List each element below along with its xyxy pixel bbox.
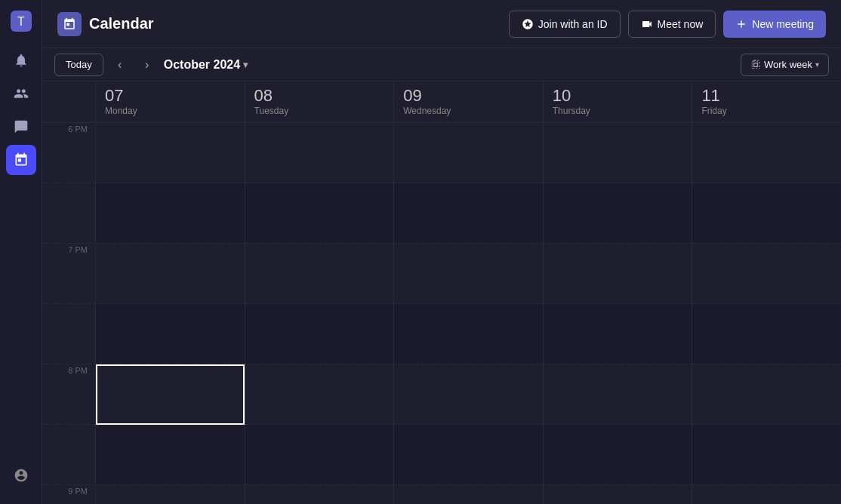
- month-label[interactable]: October 2024 ▾: [164, 58, 248, 72]
- main-content: Calendar Join with an ID Meet now New me…: [42, 0, 841, 504]
- day-name-tue: Tuesday: [254, 106, 385, 116]
- day-cell-wed-3[interactable]: [394, 304, 543, 364]
- view-select[interactable]: Work week ▾: [741, 54, 829, 76]
- header-actions: Join with an ID Meet now New meeting: [509, 11, 826, 38]
- day-cell-mon-5[interactable]: [96, 425, 245, 485]
- calendar-grid: 6 PM 7 PM 8 PM 9 PM 10 PM 11 PM: [42, 123, 841, 504]
- next-button[interactable]: ›: [137, 54, 158, 75]
- day-column-fri[interactable]: [692, 123, 841, 504]
- day-cell-wed-6[interactable]: [394, 485, 543, 504]
- day-cell-thu-5[interactable]: [544, 425, 692, 485]
- day-cell-thu-0[interactable]: [544, 123, 692, 183]
- sidebar-item-chat[interactable]: [6, 112, 36, 142]
- month-text: October 2024: [164, 58, 240, 72]
- day-num-tue: 08: [254, 88, 385, 104]
- day-cell-thu-3[interactable]: [544, 304, 692, 364]
- time-slot-830pm: [42, 425, 95, 485]
- day-cell-tue-6[interactable]: [245, 485, 394, 504]
- day-cell-mon-2[interactable]: [96, 244, 245, 304]
- new-meeting-button[interactable]: New meeting: [723, 11, 826, 38]
- day-cell-tue-2[interactable]: [245, 244, 394, 304]
- day-column-mon[interactable]: [95, 123, 245, 504]
- day-cell-tue-4[interactable]: [245, 364, 394, 425]
- day-cell-tue-5[interactable]: [245, 425, 394, 485]
- day-num-mon: 07: [105, 88, 236, 104]
- day-name-wed: Wednesday: [403, 106, 534, 116]
- time-slot-730pm: [42, 304, 95, 364]
- day-cell-fri-4[interactable]: [692, 364, 841, 425]
- page-title: Calendar: [89, 15, 154, 32]
- time-slot-6pm: 6 PM: [42, 123, 95, 183]
- time-gutter-header: [42, 81, 95, 122]
- today-button[interactable]: Today: [54, 54, 103, 76]
- day-cell-fri-0[interactable]: [692, 123, 841, 183]
- day-cell-thu-4[interactable]: [544, 364, 692, 425]
- sidebar-item-teams[interactable]: [6, 78, 36, 109]
- time-slot-7pm: 7 PM: [42, 244, 95, 304]
- day-num-thu: 10: [553, 88, 683, 104]
- time-slot-630pm: [42, 183, 95, 244]
- day-cell-thu-6[interactable]: [544, 485, 692, 504]
- day-cell-fri-5[interactable]: [692, 425, 841, 485]
- day-cell-mon-4[interactable]: [96, 364, 245, 425]
- day-name-thu: Thursday: [553, 106, 683, 116]
- new-meeting-label: New meeting: [752, 18, 814, 30]
- day-cell-thu-1[interactable]: [544, 183, 692, 244]
- day-header-tue: 08 Tuesday: [245, 81, 394, 122]
- day-cell-wed-2[interactable]: [394, 244, 543, 304]
- time-column: 6 PM 7 PM 8 PM 9 PM 10 PM 11 PM: [42, 123, 95, 504]
- app-logo[interactable]: T: [6, 6, 36, 36]
- time-slot-9pm: 9 PM: [42, 485, 95, 504]
- day-cell-mon-1[interactable]: [96, 183, 245, 244]
- view-chevron-icon: ▾: [815, 60, 819, 69]
- sidebar-item-settings[interactable]: [6, 460, 36, 490]
- svg-text:T: T: [17, 15, 25, 28]
- day-cell-tue-1[interactable]: [245, 183, 394, 244]
- header-left: Calendar: [57, 12, 154, 36]
- join-with-id-button[interactable]: Join with an ID: [509, 11, 621, 38]
- day-cell-tue-3[interactable]: [245, 304, 394, 364]
- calendar-icon: [57, 12, 82, 36]
- day-cell-wed-0[interactable]: [394, 123, 543, 183]
- day-columns: [95, 123, 841, 504]
- day-header-fri: 11 Friday: [692, 81, 841, 122]
- day-cell-mon-0[interactable]: [96, 123, 245, 183]
- day-cell-mon-3[interactable]: [96, 304, 245, 364]
- calendar-container: 07 Monday 08 Tuesday 09 Wednesday 10 Thu…: [42, 81, 841, 504]
- day-cell-tue-0[interactable]: [245, 123, 394, 183]
- day-num-wed: 09: [403, 88, 534, 104]
- prev-button[interactable]: ‹: [109, 54, 131, 75]
- day-cell-mon-6[interactable]: [96, 485, 245, 504]
- day-name-mon: Monday: [105, 106, 236, 116]
- view-label: Work week: [764, 59, 812, 70]
- page-header: Calendar Join with an ID Meet now New me…: [42, 0, 841, 48]
- day-name-fri: Friday: [701, 106, 832, 116]
- day-cell-fri-1[interactable]: [692, 183, 841, 244]
- calendar-toolbar: Today ‹ › October 2024 ▾ Work week ▾: [42, 48, 841, 81]
- day-column-wed[interactable]: [393, 123, 543, 504]
- meet-now-button[interactable]: Meet now: [628, 11, 716, 38]
- day-cell-fri-3[interactable]: [692, 304, 841, 364]
- month-chevron-icon: ▾: [243, 60, 248, 70]
- day-num-fri: 11: [701, 88, 832, 104]
- sidebar-item-activity[interactable]: [6, 45, 36, 75]
- join-btn-label: Join with an ID: [538, 18, 608, 30]
- day-header-mon: 07 Monday: [95, 81, 245, 122]
- sidebar-bottom: [6, 460, 36, 498]
- day-cell-wed-4[interactable]: [394, 364, 543, 425]
- meet-btn-label: Meet now: [658, 18, 704, 30]
- day-column-thu[interactable]: [543, 123, 692, 504]
- day-cell-fri-2[interactable]: [692, 244, 841, 304]
- time-slot-8pm: 8 PM: [42, 364, 95, 425]
- day-headers: 07 Monday 08 Tuesday 09 Wednesday 10 Thu…: [42, 81, 841, 123]
- sidebar-item-calendar[interactable]: [6, 145, 36, 175]
- day-column-tue[interactable]: [245, 123, 394, 504]
- day-header-thu: 10 Thursday: [543, 81, 692, 122]
- day-cell-wed-5[interactable]: [394, 425, 543, 485]
- day-cell-wed-1[interactable]: [394, 183, 543, 244]
- day-header-wed: 09 Wednesday: [393, 81, 543, 122]
- day-cell-fri-6[interactable]: [692, 485, 841, 504]
- day-cell-thu-2[interactable]: [544, 244, 692, 304]
- sidebar: T: [0, 0, 42, 504]
